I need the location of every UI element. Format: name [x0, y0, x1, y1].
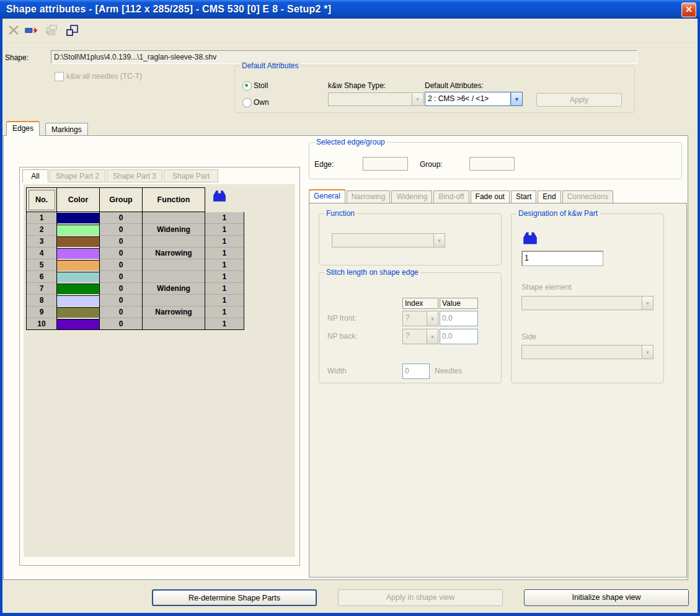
shape-element-select[interactable]: ▾ — [521, 296, 653, 310]
cell-no[interactable]: 2 — [27, 224, 57, 236]
cell-kw-part[interactable]: 1 — [205, 318, 244, 330]
kw-shape-type-select[interactable]: ▾ — [328, 92, 423, 106]
cell-color[interactable] — [57, 295, 100, 306]
cell-group[interactable]: 0 — [100, 283, 143, 295]
cell-color[interactable] — [57, 224, 100, 236]
cell-no[interactable]: 10 — [27, 318, 57, 330]
cell-kw-part[interactable]: 1 — [205, 236, 244, 248]
default-attributes-select[interactable]: 2 : CMS >6< / <1> ▾ — [425, 92, 523, 106]
tab-start[interactable]: Start — [511, 190, 536, 203]
cell-no[interactable]: 3 — [27, 236, 57, 248]
chevron-down-icon[interactable]: ▾ — [511, 92, 523, 106]
cell-color[interactable] — [57, 212, 100, 224]
cell-group[interactable]: 0 — [100, 306, 143, 318]
cell-group[interactable]: 0 — [100, 271, 143, 283]
table-row[interactable]: 20Widening1 — [27, 224, 244, 236]
cell-function[interactable] — [143, 295, 205, 306]
cell-kw-part[interactable]: 1 — [205, 212, 244, 224]
table-row[interactable]: 70Widening1 — [27, 283, 244, 295]
header-kw-part[interactable] — [205, 188, 244, 212]
own-radio[interactable] — [242, 98, 252, 107]
kw-all-needles-checkbox[interactable] — [55, 72, 64, 81]
cell-kw-part[interactable]: 1 — [205, 283, 244, 295]
cell-color[interactable] — [57, 318, 100, 330]
chevron-down-icon[interactable]: ▾ — [433, 233, 445, 248]
np-front-value-field[interactable]: 0.0 — [440, 311, 478, 326]
np-back-value-field[interactable]: 0.0 — [440, 329, 478, 344]
cell-color[interactable] — [57, 306, 100, 318]
tab-widening[interactable]: Widening — [391, 190, 432, 203]
cell-no[interactable]: 4 — [27, 248, 57, 259]
cell-function[interactable]: Narrowing — [143, 248, 205, 259]
cell-no[interactable]: 7 — [27, 283, 57, 295]
tab-narrowing[interactable]: Narrowing — [347, 190, 391, 203]
cell-kw-part[interactable]: 1 — [205, 271, 244, 283]
header-no[interactable]: No. — [27, 188, 57, 212]
np-front-index-select[interactable]: ? ▾ — [402, 311, 438, 326]
selection-frame-icon[interactable] — [66, 24, 79, 37]
group-field[interactable] — [469, 157, 515, 171]
cell-kw-part[interactable]: 1 — [205, 248, 244, 259]
cell-group[interactable]: 0 — [100, 295, 143, 306]
side-select[interactable]: ▾ — [521, 345, 653, 359]
chevron-down-icon[interactable]: ▾ — [412, 92, 423, 106]
cell-function[interactable] — [143, 271, 205, 283]
cell-no[interactable]: 8 — [27, 295, 57, 306]
chevron-down-icon[interactable]: ▾ — [642, 345, 653, 359]
cell-color[interactable] — [57, 259, 100, 271]
close-button[interactable]: ✕ — [681, 2, 696, 17]
redetermine-shape-parts-button[interactable]: Re-determine Shape Parts — [152, 589, 317, 606]
title-bar[interactable]: Shape attributes - [Arm [112 x 285/285] … — [0, 0, 700, 19]
cell-no[interactable]: 5 — [27, 259, 57, 271]
part-tab-shape-part-3[interactable]: Shape Part 3 — [107, 169, 162, 182]
cell-function[interactable]: Widening — [143, 283, 205, 295]
edge-field[interactable] — [363, 157, 408, 171]
cell-group[interactable]: 0 — [100, 248, 143, 259]
cell-function[interactable] — [143, 259, 205, 271]
cell-function[interactable] — [143, 318, 205, 330]
tab-edges[interactable]: Edges — [6, 121, 40, 136]
kw-part-name-field[interactable]: 1 — [521, 251, 603, 266]
cell-function[interactable]: Widening — [143, 224, 205, 236]
np-back-index-select[interactable]: ? ▾ — [402, 329, 438, 344]
table-row[interactable]: 601 — [27, 271, 244, 283]
cell-group[interactable]: 0 — [100, 212, 143, 224]
cell-no[interactable]: 9 — [27, 306, 57, 318]
table-row[interactable]: 301 — [27, 236, 244, 248]
cell-kw-part[interactable]: 1 — [205, 259, 244, 271]
table-row[interactable]: 40Narrowing1 — [27, 248, 244, 259]
function-select[interactable]: ▾ — [332, 233, 445, 248]
table-row[interactable]: 101 — [27, 212, 244, 224]
table-row[interactable]: 90Narrowing1 — [27, 306, 244, 318]
table-row[interactable]: 501 — [27, 259, 244, 271]
tab-bind-off[interactable]: Bind-off — [433, 190, 469, 203]
cell-group[interactable]: 0 — [100, 224, 143, 236]
shape-path-field[interactable]: D:\Stoll\M1plus\4.0.139...\1_raglan-slee… — [51, 50, 637, 64]
tab-end[interactable]: End — [538, 190, 560, 203]
table-row[interactable]: 801 — [27, 295, 244, 306]
cell-group[interactable]: 0 — [100, 236, 143, 248]
cell-group[interactable]: 0 — [100, 318, 143, 330]
chevron-down-icon[interactable]: ▾ — [427, 311, 438, 326]
cell-kw-part[interactable]: 1 — [205, 224, 244, 236]
header-group[interactable]: Group — [100, 188, 143, 212]
cell-color[interactable] — [57, 283, 100, 295]
transfer-icon[interactable] — [45, 24, 58, 37]
part-tab-shape-part-2[interactable]: Shape Part 2 — [50, 169, 105, 182]
stoll-radio[interactable] — [242, 81, 252, 91]
tab-fade-out[interactable]: Fade out — [471, 190, 510, 203]
part-tab-shape-part-1[interactable]: Shape Part 1 — [164, 169, 218, 182]
cell-color[interactable] — [57, 271, 100, 283]
header-color[interactable]: Color — [57, 188, 100, 212]
chevron-down-icon[interactable]: ▾ — [427, 329, 438, 344]
delete-icon[interactable] — [7, 24, 21, 37]
apply-in-shape-view-button[interactable]: Apply in shape view — [338, 589, 503, 606]
header-function[interactable]: Function — [143, 188, 205, 212]
cell-kw-part[interactable]: 1 — [205, 295, 244, 306]
chevron-down-icon[interactable]: ▾ — [642, 296, 653, 310]
apply-button[interactable]: Apply — [536, 93, 622, 107]
cell-color[interactable] — [57, 248, 100, 259]
cell-color[interactable] — [57, 236, 100, 248]
cell-function[interactable] — [143, 236, 205, 248]
table-row[interactable]: 1001 — [27, 318, 244, 330]
